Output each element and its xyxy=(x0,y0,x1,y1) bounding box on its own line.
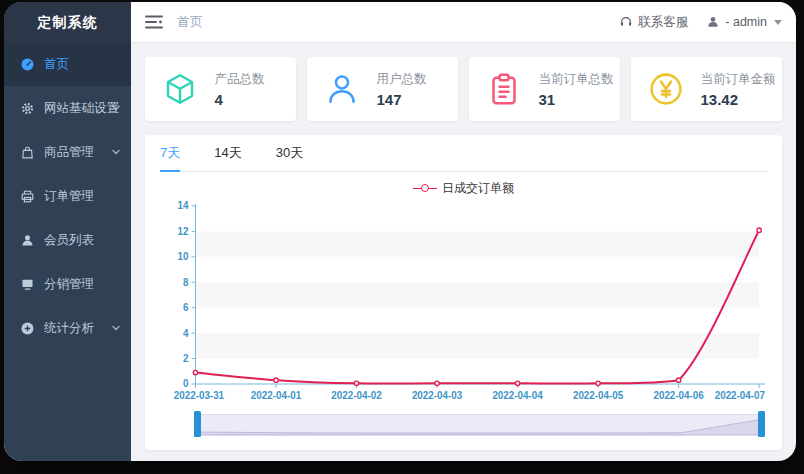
chevron-down-icon xyxy=(111,323,121,333)
y-axis-tick-label: 8 xyxy=(183,277,189,288)
breadcrumb: 首页 xyxy=(177,13,203,31)
datazoom-slider[interactable] xyxy=(196,414,763,436)
user-avatar-icon xyxy=(706,15,720,29)
sidebar-item-5[interactable]: 分销管理 xyxy=(4,262,131,306)
sidebar-item-label: 商品管理 xyxy=(44,144,94,161)
x-axis-tick-label: 2022-04-06 xyxy=(653,390,704,401)
sidebar-item-4[interactable]: 会员列表 xyxy=(4,218,131,262)
y-axis-tick-label: 6 xyxy=(183,302,189,313)
data-point[interactable] xyxy=(274,378,278,382)
y-axis-tick-label: 14 xyxy=(178,200,189,211)
stat-card-2: 当前订单总数31 xyxy=(469,57,620,121)
sidebar-item-label: 首页 xyxy=(44,56,69,73)
data-point[interactable] xyxy=(515,381,519,385)
x-axis-tick-label: 2022-03-31 xyxy=(174,390,225,401)
gear-icon xyxy=(20,101,35,116)
stat-text: 当前订单总数31 xyxy=(538,71,613,108)
page-content: 产品总数4用户总数147当前订单总数31当前订单金额13.42 7天14天30天… xyxy=(131,43,796,461)
stat-label: 用户总数 xyxy=(376,71,426,88)
app-window: 定制系统 首页网站基础设置商品管理订单管理会员列表分销管理统计分析 首页 xyxy=(4,2,796,461)
sidebar-item-label: 统计分析 xyxy=(44,320,94,337)
data-point[interactable] xyxy=(435,381,439,385)
y-axis-tick-label: 12 xyxy=(178,226,189,237)
data-point[interactable] xyxy=(596,381,600,385)
x-axis-tick-label: 2022-04-05 xyxy=(573,390,624,401)
stat-value: 31 xyxy=(538,91,613,108)
main-area: 首页 联系客服 - admin xyxy=(131,2,796,461)
chevron-down-icon xyxy=(774,20,782,25)
sidebar-item-label: 网站基础设置 xyxy=(44,100,119,117)
x-axis-tick-label: 2022-04-02 xyxy=(331,390,382,401)
headset-icon xyxy=(619,15,633,29)
sidebar-item-label: 会员列表 xyxy=(44,232,94,249)
tab-30天[interactable]: 30天 xyxy=(276,135,303,171)
data-point[interactable] xyxy=(757,228,761,232)
tab-7天[interactable]: 7天 xyxy=(160,135,180,171)
stat-card-0: 产品总数4 xyxy=(145,57,296,121)
chart-card: 7天14天30天 日成交订单额 024681012142022-03-31202… xyxy=(145,135,782,450)
stat-text: 产品总数4 xyxy=(214,71,264,108)
sidebar-menu: 首页网站基础设置商品管理订单管理会员列表分销管理统计分析 xyxy=(4,42,131,461)
y-axis-tick-label: 4 xyxy=(183,328,189,339)
line-chart: 024681012142022-03-312022-04-012022-04-0… xyxy=(160,198,767,410)
clipboard-icon xyxy=(469,71,538,107)
yen-icon xyxy=(631,71,700,107)
sidebar-item-0[interactable]: 首页 xyxy=(4,42,131,86)
top-navbar: 首页 联系客服 - admin xyxy=(131,2,796,43)
y-axis-tick-label: 2 xyxy=(183,353,189,364)
dashboard-icon xyxy=(20,57,35,72)
legend-label: 日成交订单额 xyxy=(442,180,514,197)
data-point[interactable] xyxy=(676,378,680,382)
bag-icon xyxy=(20,145,35,160)
sidebar-item-6[interactable]: 统计分析 xyxy=(4,306,131,350)
stat-text: 用户总数147 xyxy=(376,71,426,108)
data-point[interactable] xyxy=(354,381,358,385)
contact-support-button[interactable]: 联系客服 xyxy=(619,14,688,31)
user-icon xyxy=(307,71,376,107)
device-icon xyxy=(20,277,35,292)
x-axis-tick-label: 2022-04-07 xyxy=(715,390,766,401)
stat-value: 13.42 xyxy=(700,91,775,108)
chevron-down-icon xyxy=(111,103,121,113)
chevron-down-icon xyxy=(111,147,121,157)
stats-icon xyxy=(20,321,35,336)
sidebar-item-label: 订单管理 xyxy=(44,188,94,205)
stat-cards-row: 产品总数4用户总数147当前订单总数31当前订单金额13.42 xyxy=(145,57,782,121)
chart-legend[interactable]: 日成交订单额 xyxy=(160,178,767,198)
stat-text: 当前订单金额13.42 xyxy=(700,71,775,108)
user-name-label: - admin xyxy=(725,15,767,29)
member-icon xyxy=(20,233,35,248)
cube-icon xyxy=(145,71,214,107)
sidebar-toggle-icon[interactable] xyxy=(145,14,163,30)
contact-support-label: 联系客服 xyxy=(638,14,688,31)
sidebar-item-label: 分销管理 xyxy=(44,276,94,293)
stat-card-3: 当前订单金额13.42 xyxy=(631,57,782,121)
x-axis-tick-label: 2022-04-03 xyxy=(412,390,463,401)
stat-label: 当前订单总数 xyxy=(538,71,613,88)
app-title: 定制系统 xyxy=(4,2,131,42)
x-axis-tick-label: 2022-04-04 xyxy=(492,390,543,401)
y-axis-tick-label: 0 xyxy=(183,378,189,389)
topbar-right: 联系客服 - admin xyxy=(619,14,782,31)
data-point[interactable] xyxy=(193,370,197,374)
range-tabs: 7天14天30天 xyxy=(160,135,767,172)
user-menu[interactable]: - admin xyxy=(706,15,782,29)
sidebar-item-3[interactable]: 订单管理 xyxy=(4,174,131,218)
stat-label: 当前订单金额 xyxy=(700,71,775,88)
x-axis-tick-label: 2022-04-01 xyxy=(251,390,302,401)
datazoom-left-handle[interactable] xyxy=(194,411,201,437)
datazoom-right-handle[interactable] xyxy=(758,411,765,437)
tab-14天[interactable]: 14天 xyxy=(214,135,241,171)
printer-icon xyxy=(20,189,35,204)
sidebar-item-1[interactable]: 网站基础设置 xyxy=(4,86,131,130)
legend-line-marker xyxy=(413,184,437,192)
stat-value: 4 xyxy=(214,91,264,108)
sidebar-item-2[interactable]: 商品管理 xyxy=(4,130,131,174)
stat-value: 147 xyxy=(376,91,426,108)
y-axis-tick-label: 10 xyxy=(178,251,189,262)
stat-label: 产品总数 xyxy=(214,71,264,88)
stat-card-1: 用户总数147 xyxy=(307,57,458,121)
sidebar: 定制系统 首页网站基础设置商品管理订单管理会员列表分销管理统计分析 xyxy=(4,2,131,461)
